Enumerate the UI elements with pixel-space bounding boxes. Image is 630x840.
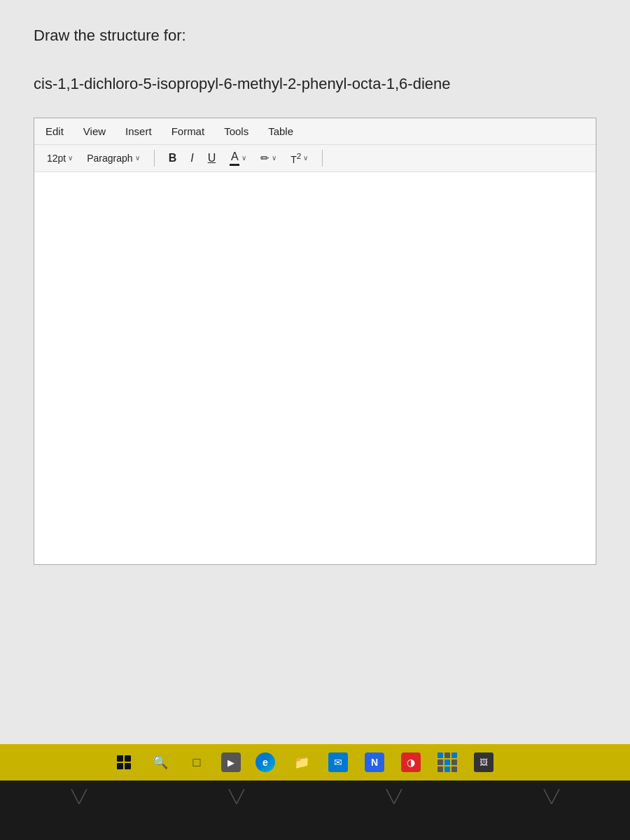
red-app-icon: ◑: [401, 752, 421, 772]
file-manager-button[interactable]: 📁: [290, 750, 314, 774]
handle-2: ╲╱: [229, 789, 244, 804]
handle-4: ╲╱: [544, 789, 559, 804]
mc1: [438, 752, 443, 758]
menu-table[interactable]: Table: [265, 124, 296, 139]
menu-edit[interactable]: Edit: [43, 124, 66, 139]
handle-3: ╲╱: [386, 789, 402, 804]
bold-button[interactable]: B: [164, 150, 181, 166]
video-button[interactable]: ▶: [221, 752, 241, 772]
win-cell-2: [125, 755, 131, 762]
search-icon: 🔍: [153, 755, 168, 770]
bottom-bar: ╲╱ ╲╱ ╲╱ ╲╱: [0, 780, 630, 840]
win-cell-4: [125, 763, 131, 769]
handle-1: ╲╱: [71, 789, 87, 804]
font-size-dropdown[interactable]: 12pt ∨: [43, 151, 77, 165]
mc2: [444, 752, 450, 758]
bold-label: B: [169, 152, 177, 164]
font-color-underline: [230, 164, 239, 166]
mc5: [444, 760, 450, 765]
menu-bar: Edit View Insert Format Tools Table: [34, 118, 596, 145]
paragraph-label: Paragraph: [87, 153, 132, 164]
main-content: Draw the structure for: cis-1,1-dichloro…: [0, 0, 630, 763]
highlight-button[interactable]: ✏ ∨: [256, 150, 281, 166]
italic-button[interactable]: I: [186, 150, 197, 166]
italic-label: I: [190, 152, 193, 164]
windows-logo: [117, 755, 131, 769]
edge-button[interactable]: e: [253, 750, 277, 774]
paragraph-style-dropdown[interactable]: Paragraph ∨: [83, 151, 144, 165]
edge-icon: e: [255, 752, 275, 772]
win-cell-3: [117, 763, 123, 769]
mc4: [438, 760, 443, 765]
highlight-icon: ✏: [260, 152, 270, 164]
question-text: Draw the structure for:: [34, 25, 596, 47]
search-button[interactable]: 🔍: [148, 750, 172, 774]
mosaic-button[interactable]: [435, 750, 459, 774]
font-color-letter: A: [231, 150, 239, 163]
start-button[interactable]: [112, 750, 136, 774]
font-color-chevron: ∨: [241, 154, 246, 162]
taskbar: 🔍 □ ▶ e 📁 ✉ N ◑: [0, 744, 630, 780]
screenshot-button[interactable]: 🖼: [472, 750, 496, 774]
underline-button[interactable]: U: [204, 150, 220, 166]
compound-name: cis-1,1-dichloro-5-isopropyl-6-methyl-2-…: [34, 74, 596, 95]
mc7: [438, 766, 443, 772]
paragraph-chevron: ∨: [135, 154, 140, 162]
task-view-icon: □: [193, 755, 201, 770]
highlight-chevron: ∨: [272, 154, 276, 162]
mc3: [451, 752, 457, 758]
font-color-group: A: [230, 150, 239, 166]
superscript-chevron: ∨: [303, 154, 308, 162]
toolbar-separator-1: [154, 150, 155, 167]
toolbar: 12pt ∨ Paragraph ∨ B I U: [34, 145, 596, 172]
red-app-button[interactable]: ◑: [399, 750, 423, 774]
file-manager-icon: 📁: [294, 755, 309, 770]
mail-button[interactable]: ✉: [326, 750, 350, 774]
menu-tools[interactable]: Tools: [221, 124, 251, 139]
font-size-label: 12pt: [47, 153, 66, 164]
win-cell-1: [117, 755, 123, 762]
menu-format[interactable]: Format: [169, 124, 208, 139]
menu-insert[interactable]: Insert: [122, 124, 155, 139]
font-color-button[interactable]: A ∨: [225, 149, 251, 167]
video-icon: ▶: [227, 757, 234, 768]
font-size-chevron: ∨: [68, 154, 73, 162]
mail-icon: ✉: [328, 752, 348, 772]
task-view-button[interactable]: □: [185, 750, 209, 774]
mc9: [451, 766, 457, 772]
underline-label: U: [208, 152, 216, 164]
notification-icon: N: [365, 752, 384, 772]
superscript-label: T2: [290, 151, 301, 165]
editor-container: Edit View Insert Format Tools Table 12pt…: [34, 118, 596, 565]
notification-button[interactable]: N: [363, 750, 386, 774]
superscript-button[interactable]: T2 ∨: [286, 150, 312, 167]
mc8: [444, 766, 450, 772]
editor-body[interactable]: [34, 172, 596, 564]
mc6: [451, 760, 457, 765]
toolbar-separator-2: [322, 150, 323, 167]
menu-view[interactable]: View: [80, 124, 108, 139]
mosaic-icon: [438, 752, 457, 772]
screenshot-icon: 🖼: [474, 752, 493, 772]
